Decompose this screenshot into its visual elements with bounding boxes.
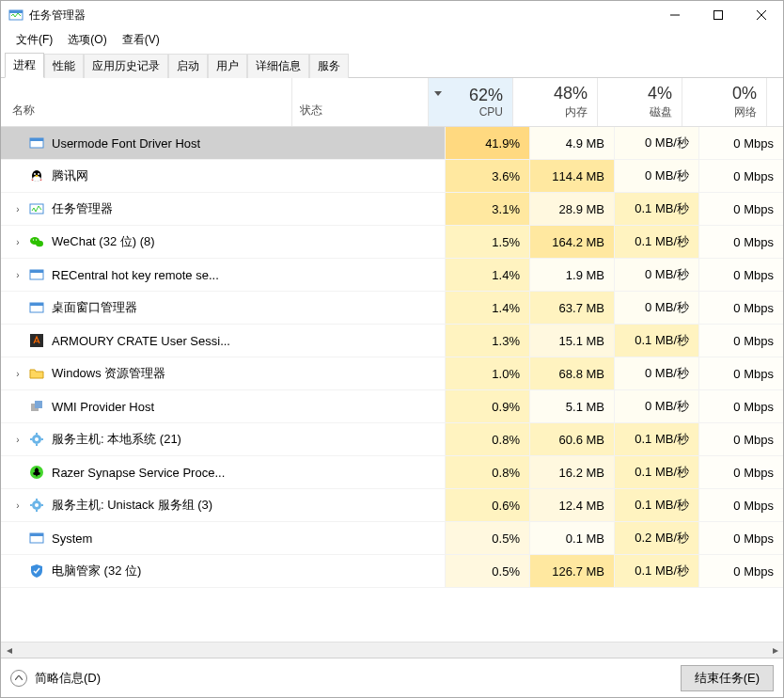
- fewer-details-label: 简略信息(D): [35, 670, 101, 687]
- disk-cell: 0 MB/秒: [614, 259, 698, 291]
- process-row[interactable]: ›RECentral hot key remote se...1.4%1.9 M…: [1, 259, 783, 292]
- disk-cell: 0.1 MB/秒: [614, 423, 698, 455]
- memory-cell: 126.7 MB: [529, 555, 614, 587]
- process-row[interactable]: 电脑管家 (32 位)0.5%126.7 MB0.1 MB/秒0 Mbps: [1, 555, 783, 588]
- end-task-button[interactable]: 结束任务(E): [681, 665, 774, 691]
- process-icon: [29, 267, 44, 282]
- tab-app-history[interactable]: 应用历史记录: [84, 54, 168, 78]
- tab-users[interactable]: 用户: [208, 54, 247, 78]
- process-row[interactable]: 腾讯网3.6%114.4 MB0 MB/秒0 Mbps: [1, 160, 783, 193]
- tab-startup[interactable]: 启动: [168, 54, 208, 78]
- process-row[interactable]: 桌面窗口管理器1.4%63.7 MB0 MB/秒0 Mbps: [1, 292, 783, 325]
- titlebar: 任务管理器: [1, 1, 783, 29]
- column-memory[interactable]: 48% 内存: [513, 78, 598, 126]
- column-status[interactable]: 状态: [292, 78, 429, 126]
- expand-icon[interactable]: ›: [10, 500, 25, 511]
- menu-file[interactable]: 文件(F): [8, 30, 60, 50]
- column-cpu[interactable]: 62% CPU: [429, 78, 513, 126]
- expand-icon[interactable]: ›: [10, 204, 25, 214]
- process-name: RECentral hot key remote se...: [52, 268, 219, 282]
- cpu-cell: 0.6%: [445, 489, 529, 521]
- process-name-cell: Usermode Font Driver Host: [1, 127, 445, 159]
- network-cell: 0 Mbps: [698, 160, 783, 192]
- minimize-button[interactable]: [653, 1, 697, 29]
- menu-options[interactable]: 选项(O): [60, 30, 114, 50]
- process-row[interactable]: ›WeChat (32 位) (8)1.5%164.2 MB0.1 MB/秒0 …: [1, 226, 783, 259]
- process-row[interactable]: System0.5%0.1 MB0.2 MB/秒0 Mbps: [1, 522, 783, 555]
- column-disk[interactable]: 4% 磁盘: [598, 78, 682, 126]
- process-row[interactable]: ›任务管理器3.1%28.9 MB0.1 MB/秒0 Mbps: [1, 193, 783, 226]
- process-row[interactable]: Usermode Font Driver Host41.9%4.9 MB0 MB…: [1, 127, 783, 160]
- svg-rect-39: [30, 533, 43, 536]
- disk-label: 磁盘: [650, 104, 672, 120]
- svg-point-33: [35, 503, 39, 507]
- process-name-cell: ARMOURY CRATE User Sessi...: [1, 325, 445, 357]
- svg-rect-21: [30, 303, 43, 306]
- disk-cell: 0 MB/秒: [614, 160, 698, 192]
- expand-icon[interactable]: ›: [10, 369, 25, 379]
- process-row[interactable]: ›服务主机: 本地系统 (21)0.8%60.6 MB0.1 MB/秒0 Mbp…: [1, 423, 783, 456]
- column-name[interactable]: 名称: [1, 78, 292, 126]
- fewer-details-toggle[interactable]: 简略信息(D): [10, 670, 101, 687]
- process-icon: [29, 168, 44, 183]
- expand-icon[interactable]: ›: [10, 270, 25, 280]
- process-icon: [29, 366, 44, 381]
- svg-point-11: [38, 173, 39, 175]
- svg-point-10: [34, 173, 36, 175]
- network-cell: 0 Mbps: [698, 555, 783, 587]
- close-button[interactable]: [740, 1, 783, 29]
- svg-point-17: [36, 239, 37, 240]
- scroll-left-icon[interactable]: ◂: [1, 642, 17, 658]
- network-cell: 0 Mbps: [698, 127, 783, 159]
- memory-cell: 5.1 MB: [529, 390, 614, 422]
- column-network[interactable]: 0% 网络: [682, 78, 767, 126]
- svg-point-16: [33, 239, 34, 240]
- expand-icon[interactable]: ›: [10, 237, 25, 247]
- process-row[interactable]: WMI Provider Host0.9%5.1 MB0 MB/秒0 Mbps: [1, 390, 783, 423]
- footer: 简略信息(D) 结束任务(E): [1, 658, 783, 697]
- process-row[interactable]: ARMOURY CRATE User Sessi...1.3%15.1 MB0.…: [1, 325, 783, 357]
- window-title: 任务管理器: [29, 8, 86, 24]
- menu-view[interactable]: 查看(V): [115, 30, 167, 50]
- cpu-cell: 0.5%: [445, 522, 529, 554]
- cpu-cell: 0.8%: [445, 423, 529, 455]
- svg-rect-19: [30, 270, 43, 273]
- svg-point-26: [35, 437, 39, 441]
- network-cell: 0 Mbps: [698, 292, 783, 324]
- cpu-cell: 1.3%: [445, 325, 529, 357]
- maximize-button[interactable]: [697, 1, 740, 29]
- tab-performance[interactable]: 性能: [44, 54, 84, 78]
- svg-rect-3: [714, 11, 723, 20]
- network-label: 网络: [734, 104, 757, 120]
- memory-cell: 114.4 MB: [529, 160, 614, 192]
- process-rows[interactable]: Usermode Font Driver Host41.9%4.9 MB0 MB…: [1, 127, 783, 642]
- scroll-right-icon[interactable]: ▸: [767, 642, 783, 658]
- disk-cell: 0 MB/秒: [614, 390, 698, 422]
- process-row[interactable]: Razer Synapse Service Proce...0.8%16.2 M…: [1, 456, 783, 489]
- process-icon: [29, 432, 44, 447]
- tab-services[interactable]: 服务: [309, 54, 349, 78]
- horizontal-scrollbar[interactable]: ◂ ▸: [1, 642, 783, 658]
- process-name: WeChat (32 位) (8): [52, 233, 155, 250]
- process-list: 名称 状态 62% CPU 48% 内存 4% 磁盘 0% 网络 Usermod…: [1, 78, 783, 658]
- cpu-cell: 3.6%: [445, 160, 529, 192]
- memory-cell: 4.9 MB: [529, 127, 614, 159]
- expand-icon[interactable]: ›: [10, 435, 25, 445]
- process-icon: [29, 234, 44, 249]
- process-name: 服务主机: 本地系统 (21): [52, 431, 181, 448]
- column-headers: 名称 状态 62% CPU 48% 内存 4% 磁盘 0% 网络: [1, 78, 783, 127]
- process-row[interactable]: ›Windows 资源管理器1.0%68.8 MB0 MB/秒0 Mbps: [1, 357, 783, 390]
- process-name: 服务主机: Unistack 服务组 (3): [52, 497, 212, 514]
- process-name-cell: ›Windows 资源管理器: [1, 357, 445, 389]
- tab-details[interactable]: 详细信息: [247, 54, 309, 78]
- disk-cell: 0.2 MB/秒: [614, 522, 698, 554]
- network-total: 0%: [732, 84, 757, 104]
- tab-processes[interactable]: 进程: [5, 53, 44, 78]
- svg-point-15: [36, 241, 43, 246]
- process-icon: [29, 201, 44, 216]
- memory-cell: 1.9 MB: [529, 259, 614, 291]
- process-row[interactable]: ›服务主机: Unistack 服务组 (3)0.6%12.4 MB0.1 MB…: [1, 489, 783, 522]
- cpu-total: 62%: [469, 86, 503, 106]
- network-cell: 0 Mbps: [698, 522, 783, 554]
- memory-label: 内存: [565, 104, 588, 120]
